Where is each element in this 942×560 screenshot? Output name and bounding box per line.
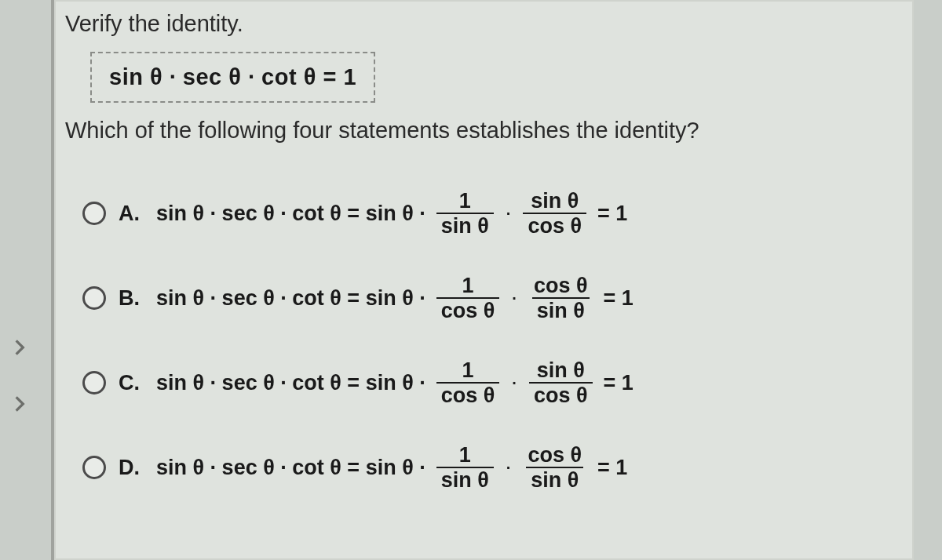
option-label: C. — [119, 371, 145, 395]
denominator: sin θ — [436, 467, 494, 491]
denominator: sin θ — [532, 297, 590, 322]
fraction: cos θ sin θ — [529, 275, 593, 322]
fraction: sin θ cos θ — [529, 359, 593, 407]
denominator: cos θ — [529, 382, 593, 406]
denominator: cos θ — [523, 213, 586, 237]
rhs-text: = 1 — [604, 286, 633, 311]
rhs-text: = 1 — [597, 456, 627, 480]
option-label: A. — [119, 202, 145, 226]
denominator: cos θ — [436, 297, 500, 322]
fraction: 1 cos θ — [436, 275, 500, 322]
radio-icon[interactable] — [82, 371, 106, 395]
prompt-text: Verify the identity. — [65, 11, 243, 37]
numerator: sin θ — [532, 359, 590, 382]
radio-icon[interactable] — [82, 456, 106, 479]
chevron-right-icon — [9, 337, 30, 358]
chevron-right-icon — [9, 394, 30, 414]
fraction: 1 sin θ — [436, 444, 494, 492]
identity-expression: sin θ · sec θ · cot θ = 1 — [109, 64, 356, 89]
option-label: D. — [119, 456, 145, 480]
numerator: 1 — [455, 190, 476, 213]
numerator: 1 — [458, 275, 479, 297]
fraction: 1 cos θ — [436, 359, 500, 407]
numerator: 1 — [455, 444, 476, 467]
option-d[interactable]: D. sin θ · sec θ · cot θ = sin θ · 1 sin… — [82, 442, 633, 493]
dot-icon: · — [506, 459, 511, 477]
fraction: cos θ sin θ — [523, 444, 586, 492]
option-c[interactable]: C. sin θ · sec θ · cot θ = sin θ · 1 cos… — [82, 358, 633, 408]
option-expression: sin θ · sec θ · cot θ = sin θ · 1 sin θ … — [156, 444, 627, 492]
dot-icon: · — [506, 205, 511, 223]
lhs-text: sin θ · sec θ · cot θ = sin θ · — [156, 286, 425, 311]
numerator: cos θ — [523, 444, 586, 467]
option-expression: sin θ · sec θ · cot θ = sin θ · 1 sin θ … — [156, 190, 627, 238]
fraction: sin θ cos θ — [523, 190, 586, 238]
question-panel: Verify the identity. sin θ · sec θ · cot… — [51, 0, 914, 560]
option-b[interactable]: B. sin θ · sec θ · cot θ = sin θ · 1 cos… — [82, 273, 633, 323]
numerator: 1 — [458, 359, 479, 382]
identity-box: sin θ · sec θ · cot θ = 1 — [90, 52, 375, 103]
lhs-text: sin θ · sec θ · cot θ = sin θ · — [156, 202, 425, 226]
numerator: cos θ — [529, 275, 593, 297]
option-expression: sin θ · sec θ · cot θ = sin θ · 1 cos θ … — [156, 275, 633, 322]
lhs-text: sin θ · sec θ · cot θ = sin θ · — [156, 371, 425, 395]
radio-icon[interactable] — [82, 286, 106, 310]
denominator: sin θ — [526, 467, 583, 491]
option-expression: sin θ · sec θ · cot θ = sin θ · 1 cos θ … — [156, 359, 633, 407]
dot-icon: · — [512, 374, 517, 392]
option-label: B. — [119, 286, 145, 311]
denominator: sin θ — [436, 213, 494, 237]
lhs-text: sin θ · sec θ · cot θ = sin θ · — [156, 456, 425, 480]
fraction: 1 sin θ — [436, 190, 494, 238]
options-group: A. sin θ · sec θ · cot θ = sin θ · 1 sin… — [82, 188, 633, 527]
rhs-text: = 1 — [597, 202, 627, 226]
rhs-text: = 1 — [604, 371, 633, 395]
question-text: Which of the following four statements e… — [65, 118, 699, 144]
numerator: sin θ — [526, 190, 583, 213]
option-a[interactable]: A. sin θ · sec θ · cot θ = sin θ · 1 sin… — [82, 188, 633, 238]
radio-icon[interactable] — [82, 202, 106, 225]
denominator: cos θ — [436, 382, 500, 406]
dot-icon: · — [512, 289, 517, 307]
